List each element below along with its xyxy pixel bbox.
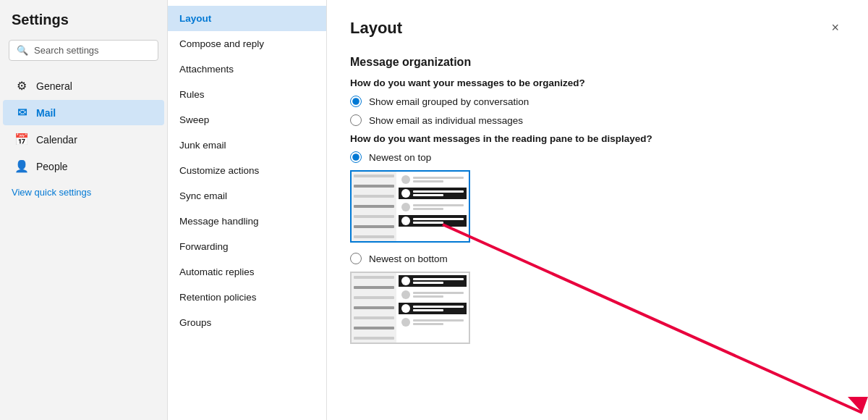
newest-on-bottom-preview — [350, 272, 470, 344]
thumb-lines-4 — [413, 218, 464, 224]
thumb-line-2 — [354, 185, 394, 188]
mail-icon: ✉ — [14, 106, 29, 119]
thumb-avatar-4 — [401, 217, 410, 225]
btl-5 — [354, 316, 394, 319]
main-header: Layout × — [350, 17, 845, 38]
middle-item-sweep[interactable]: Sweep — [168, 107, 326, 133]
thumb-row-3 — [399, 201, 467, 213]
bthumb-row-2 — [399, 289, 467, 301]
thumb-left-bottom — [352, 273, 396, 343]
radio-newest-top-input[interactable] — [350, 151, 362, 163]
middle-item-compose-reply[interactable]: Compose and reply — [168, 31, 326, 56]
radio-newest-top-label: Newest on top — [369, 152, 431, 163]
thumb-line-6 — [354, 225, 394, 228]
bthumb-lines-3 — [413, 306, 464, 311]
bthumb-row-3 — [399, 303, 467, 314]
radio-newest-on-bottom[interactable]: Newest on bottom — [350, 253, 845, 264]
bthumb-lines-4 — [413, 319, 464, 325]
thumb-inner-top — [352, 172, 469, 241]
btl-r2 — [413, 282, 443, 284]
sidebar-item-mail[interactable]: ✉ Mail — [3, 100, 164, 125]
section-title: Message organization — [350, 56, 845, 69]
radio-grouped-label: Show email grouped by conversation — [369, 96, 529, 107]
middle-item-retention-policies[interactable]: Retention policies — [168, 285, 326, 310]
search-settings-box[interactable]: 🔍 Search settings — [9, 40, 158, 61]
thumb-line-7 — [354, 235, 394, 238]
radio-individual-label: Show email as individual messages — [369, 115, 523, 126]
middle-item-layout[interactable]: Layout — [168, 6, 326, 31]
radio-grouped-input[interactable] — [350, 96, 362, 107]
sidebar-item-label: People — [36, 161, 68, 172]
search-icon: 🔍 — [17, 45, 28, 56]
middle-item-customize-actions[interactable]: Customize actions — [168, 158, 326, 183]
thumb-right-bottom — [396, 273, 469, 343]
btl-7 — [354, 337, 394, 340]
btl-3 — [354, 296, 394, 299]
thumb-row-4 — [399, 215, 467, 227]
radio-individual-messages[interactable]: Show email as individual messages — [350, 114, 845, 126]
btl-r4 — [413, 295, 443, 298]
thumb-right-top — [396, 172, 469, 241]
middle-item-message-handling[interactable]: Message handling — [168, 209, 326, 234]
close-button[interactable]: × — [825, 17, 845, 38]
sidebar-item-label: General — [36, 80, 72, 92]
middle-item-junk-email[interactable]: Junk email — [168, 133, 326, 158]
main-content-area: Layout × Message organization How do you… — [327, 0, 868, 420]
middle-item-rules[interactable]: Rules — [168, 82, 326, 107]
search-settings-placeholder: Search settings — [34, 45, 99, 56]
thumb-avatar-2 — [401, 189, 410, 198]
sidebar-item-label: Calendar — [36, 134, 77, 146]
sidebar-item-general[interactable]: ⚙ General — [3, 73, 164, 98]
sidebar-item-calendar[interactable]: 📅 Calendar — [3, 127, 164, 152]
thumb-line-3 — [354, 195, 394, 198]
middle-item-sync-email[interactable]: Sync email — [168, 183, 326, 209]
btl-2 — [354, 286, 394, 289]
btl-4 — [354, 306, 394, 309]
btl-r5 — [413, 306, 464, 308]
tl-4 — [413, 194, 443, 196]
tl-1 — [413, 177, 464, 179]
tl-8 — [413, 222, 443, 224]
thumb-left-top — [352, 172, 396, 241]
question2-text: How do you want messages in the reading … — [350, 133, 845, 144]
thumb-lines-3 — [413, 204, 464, 210]
middle-item-attachments[interactable]: Attachments — [168, 56, 326, 82]
middle-item-forwarding[interactable]: Forwarding — [168, 234, 326, 259]
bthumb-lines-2 — [413, 292, 464, 298]
thumb-line-1 — [354, 175, 394, 177]
people-icon: 👤 — [14, 159, 29, 173]
bthumb-row-1 — [399, 275, 467, 287]
btl-r1 — [413, 278, 464, 280]
main-title: Layout — [350, 19, 402, 38]
radio-newest-bottom-label: Newest on bottom — [369, 253, 448, 264]
thumb-inner-bottom — [352, 273, 469, 343]
radio-individual-input[interactable] — [350, 114, 362, 126]
thumb-line-4 — [354, 205, 394, 208]
btl-1 — [354, 276, 394, 279]
calendar-icon: 📅 — [14, 133, 29, 146]
tl-2 — [413, 180, 443, 182]
thumb-lines-2 — [413, 190, 464, 196]
btl-r7 — [413, 319, 464, 322]
general-icon: ⚙ — [14, 79, 29, 93]
thumb-row-2 — [399, 188, 467, 199]
radio-newest-on-top[interactable]: Newest on top — [350, 151, 845, 163]
tl-5 — [413, 204, 464, 206]
middle-item-automatic-replies[interactable]: Automatic replies — [168, 259, 326, 285]
view-quick-settings-link[interactable]: View quick settings — [0, 181, 167, 203]
radio-grouped-by-conversation[interactable]: Show email grouped by conversation — [350, 96, 845, 107]
bthumb-avatar-3 — [401, 304, 410, 313]
sidebar-item-people[interactable]: 👤 People — [3, 154, 164, 179]
bthumb-avatar-1 — [401, 277, 410, 285]
newest-on-top-preview — [350, 170, 470, 243]
tl-7 — [413, 218, 464, 220]
thumb-avatar-3 — [401, 203, 410, 211]
radio-newest-bottom-input[interactable] — [350, 253, 362, 264]
tl-3 — [413, 190, 464, 193]
bthumb-avatar-4 — [401, 318, 410, 327]
middle-item-groups[interactable]: Groups — [168, 310, 326, 335]
thumb-avatar-1 — [401, 175, 410, 184]
sidebar: Settings 🔍 Search settings ⚙ General ✉ M… — [0, 0, 168, 420]
middle-column: Layout Compose and reply Attachments Rul… — [168, 0, 327, 420]
bthumb-avatar-2 — [401, 290, 410, 299]
